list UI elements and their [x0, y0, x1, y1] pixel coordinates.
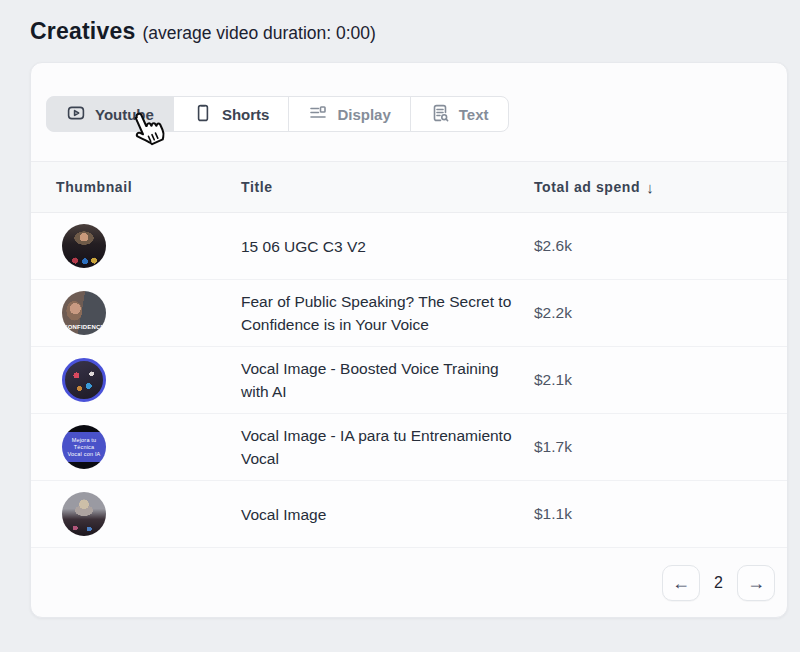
arrow-left-icon: ← — [672, 573, 690, 594]
tab-label: Display — [337, 106, 390, 123]
column-header-thumbnail: Thumbnail — [56, 179, 241, 195]
page-subtitle: (average video duration: 0:00) — [142, 23, 375, 43]
table-row[interactable]: Vocal Image - Boosted Voice Training wit… — [31, 347, 787, 414]
column-header-title: Title — [241, 179, 534, 195]
table-header-row: Thumbnail Title Total ad spend ↓ — [31, 161, 787, 213]
creative-type-tabs: Youtube Shorts Display — [46, 96, 509, 132]
table-row[interactable]: Vocal Image $1.1k — [31, 481, 787, 548]
column-header-total-ad-spend[interactable]: Total ad spend ↓ — [534, 179, 787, 196]
creative-thumbnail — [62, 492, 106, 536]
tab-youtube[interactable]: Youtube — [46, 96, 174, 132]
creative-title: Vocal Image — [241, 503, 534, 526]
creative-title: Vocal Image - Boosted Voice Training wit… — [241, 357, 534, 403]
ad-spend-value: $1.7k — [534, 438, 787, 456]
sort-descending-icon: ↓ — [646, 179, 654, 196]
tab-text[interactable]: Text — [410, 96, 509, 132]
next-page-button[interactable]: → — [737, 565, 775, 601]
page-title-text: Creatives — [30, 18, 135, 44]
previous-page-button[interactable]: ← — [662, 565, 700, 601]
creative-title: Vocal Image - IA para tu Entrenamiento V… — [241, 424, 534, 470]
ad-spend-value: $2.6k — [534, 237, 787, 255]
tab-label: Shorts — [222, 106, 270, 123]
tab-shorts[interactable]: Shorts — [173, 96, 290, 132]
creative-thumbnail — [62, 358, 106, 402]
ad-spend-value: $2.1k — [534, 371, 787, 389]
youtube-play-icon — [66, 103, 86, 126]
table-row[interactable]: 15 06 UGC C3 V2 $2.6k — [31, 213, 787, 280]
tab-label: Youtube — [95, 106, 154, 123]
page-title: Creatives(average video duration: 0:00) — [30, 18, 376, 45]
table-row[interactable]: Mejora tu Técnica Vocal con IA Vocal Ima… — [31, 414, 787, 481]
creatives-table-body: 15 06 UGC C3 V2 $2.6k CONFIDENCE Fear of… — [31, 213, 787, 548]
creative-thumbnail — [62, 224, 106, 268]
creative-thumbnail: CONFIDENCE — [62, 291, 106, 335]
text-document-search-icon — [430, 103, 450, 126]
tab-display[interactable]: Display — [288, 96, 410, 132]
tab-label: Text — [459, 106, 489, 123]
creative-title: Fear of Public Speaking? The Secret to C… — [241, 290, 534, 336]
table-row[interactable]: CONFIDENCE Fear of Public Speaking? The … — [31, 280, 787, 347]
thumbnail-caption: CONFIDENCE — [62, 324, 106, 330]
creative-title: 15 06 UGC C3 V2 — [241, 235, 534, 258]
ad-spend-value: $1.1k — [534, 505, 787, 523]
phone-icon — [193, 103, 213, 126]
creatives-card: Youtube Shorts Display — [30, 62, 788, 618]
thumbnail-caption: Mejora tu Técnica Vocal con IA — [62, 437, 106, 458]
arrow-right-icon: → — [747, 573, 765, 594]
creative-thumbnail: Mejora tu Técnica Vocal con IA — [62, 425, 106, 469]
current-page-number: 2 — [714, 574, 723, 592]
display-list-icon — [308, 103, 328, 126]
pagination: ← 2 → — [31, 548, 787, 618]
ad-spend-value: $2.2k — [534, 304, 787, 322]
